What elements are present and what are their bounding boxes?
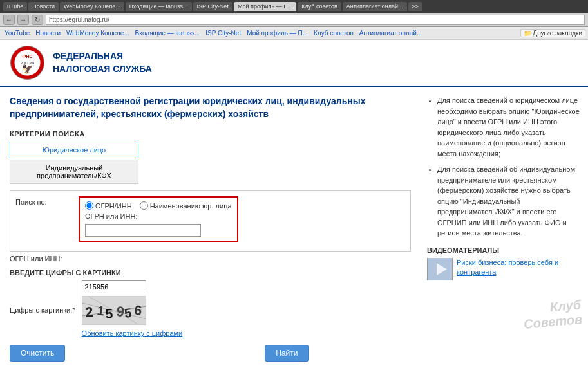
bookmark-mail[interactable]: Входящие — tanuss...: [133, 30, 202, 37]
captcha-image: 2 1 5 9 5 6: [82, 296, 146, 325]
tab-mail[interactable]: Входящие — tanuss...: [126, 2, 192, 11]
site-header: ФНС РОССИЯ 🦅 ФЕДЕРАЛЬНАЯ НАЛОГОВАЯ СЛУЖБ…: [0, 40, 588, 87]
video-section-title: ВИДЕОМАТЕРИАЛЫ: [427, 246, 582, 254]
captcha-field-label: Цифры с картинки:*: [10, 304, 75, 314]
clear-button[interactable]: Очистить: [10, 345, 65, 362]
bookmark-webmoney[interactable]: WebMoney Кошеле...: [64, 30, 131, 37]
bookmark-profile[interactable]: Мой профиль — П...: [245, 30, 310, 37]
watermark-line2: Советов: [523, 312, 583, 331]
captcha-section-label: ВВЕДИТЕ ЦИФРЫ С КАРТИНКИ: [10, 269, 411, 277]
ogrn-label-row: ОГРН или ИНН:: [10, 253, 411, 262]
video-item: Риски бизнеса: проверь себя и контрагент…: [427, 258, 582, 280]
radio-ogrn-label[interactable]: ОГРН/ИНН: [85, 201, 132, 210]
bookmark-antiplagiat[interactable]: Антиплагиат онлай...: [357, 30, 424, 37]
header-org-name: ФЕДЕРАЛЬНАЯ НАЛОГОВАЯ СЛУЖБА: [53, 50, 152, 75]
tab-individual-entrepreneur[interactable]: Индивидуальный предприниматель/КФХ: [10, 160, 138, 184]
svg-text:2: 2: [84, 304, 93, 320]
action-buttons-row: Очистить Найти: [10, 345, 411, 362]
tab-list: uTube Новости WebMoney Кошеле... Входящи…: [3, 2, 422, 11]
captcha-section: ВВЕДИТЕ ЦИФРЫ С КАРТИНКИ Цифры с картинк…: [10, 269, 411, 337]
captcha-image-container: 2 1 5 9 5 6 Обновить картинку с цифрами: [82, 296, 183, 337]
page-title: Сведения о государственной регистрации ю…: [10, 95, 411, 120]
back-button[interactable]: ←: [3, 15, 15, 25]
bookmark-isp[interactable]: ISP City-Net: [204, 30, 243, 37]
forward-button[interactable]: →: [17, 15, 29, 25]
tab-antiplagiat[interactable]: Антиплагиат онлай...: [343, 2, 407, 11]
url-bar[interactable]: https://egrul.nalog.ru/: [46, 15, 585, 25]
info-bullet-1: Для поиска сведений о юридическом лице н…: [437, 95, 582, 159]
radio-ogrn[interactable]: [85, 201, 93, 210]
tab-legal-entity[interactable]: Юридическое лицо: [10, 142, 138, 158]
criteria-label: КРИТЕРИИ ПОИСКА: [10, 130, 411, 138]
browser-tab-bar: uTube Новости WebMoney Кошеле... Входящи…: [0, 0, 588, 13]
tab-isp[interactable]: ISP City-Net: [193, 2, 232, 11]
search-form: Поиск по: ОГРН/ИНН Наименованию юр. лица: [10, 190, 411, 252]
search-highlight-box: ОГРН/ИНН Наименованию юр. лица ОГРН или …: [79, 196, 238, 242]
tab-more[interactable]: >>: [408, 2, 423, 11]
entity-type-tabs: Юридическое лицо Индивидуальный предприн…: [10, 142, 411, 185]
search-by-row: Поиск по: ОГРН/ИНН Наименованию юр. лица: [15, 196, 405, 242]
find-button[interactable]: Найти: [265, 345, 308, 362]
header-title-line1: ФЕДЕРАЛЬНАЯ: [53, 50, 152, 63]
bookmark-separator: [517, 30, 518, 37]
other-bookmarks[interactable]: 📁 Другие закладки: [520, 29, 585, 37]
captcha-inputs: 2 1 5 9 5 6 Обновить картинку с цифрами: [82, 280, 183, 337]
header-title-line2: НАЛОГОВАЯ СЛУЖБА: [53, 63, 152, 76]
video-thumbnail: [427, 258, 453, 280]
reload-button[interactable]: ↻: [32, 15, 43, 25]
search-by-label: Поиск по:: [15, 196, 73, 206]
radio-ogrn-text: ОГРН/ИНН: [95, 202, 132, 210]
content-area: Сведения о государственной регистрации ю…: [0, 87, 588, 369]
svg-text:🦅: 🦅: [22, 64, 33, 75]
svg-text:6: 6: [133, 302, 142, 318]
left-panel: Сведения о государственной регистрации ю…: [0, 87, 421, 369]
club-sovet-watermark: Клуб Советов: [427, 300, 582, 329]
captcha-refresh-link[interactable]: Обновить картинку с цифрами: [82, 329, 183, 337]
radio-name[interactable]: [140, 201, 148, 210]
captcha-input[interactable]: [82, 280, 146, 293]
ogrn-input[interactable]: [85, 224, 201, 237]
fns-logo: ФНС РОССИЯ 🦅: [10, 45, 45, 80]
video-link[interactable]: Риски бизнеса: проверь себя и контрагент…: [457, 258, 582, 278]
tab-club[interactable]: Клуб советов: [298, 2, 341, 11]
info-bullets: Для поиска сведений о юридическом лице н…: [427, 95, 582, 239]
radio-name-text: Наименованию юр. лица: [150, 202, 232, 210]
captcha-row: Цифры с картинки:* 2: [10, 280, 411, 337]
bookmark-youtube[interactable]: YouTube: [3, 30, 32, 37]
address-bar: ← → ↻ https://egrul.nalog.ru/: [0, 13, 588, 27]
ogrn-row: [85, 224, 232, 237]
svg-text:ФНС: ФНС: [22, 54, 32, 59]
radio-name-label[interactable]: Наименованию юр. лица: [140, 201, 232, 210]
bookmark-club[interactable]: Клуб советов: [312, 30, 356, 37]
ogrn-label-inside: ОГРН или ИНН:: [85, 212, 232, 220]
video-thumb-icon: [428, 258, 452, 280]
ogrn-label: ОГРН или ИНН:: [10, 253, 68, 262]
page-wrapper: ФНС РОССИЯ 🦅 ФЕДЕРАЛЬНАЯ НАЛОГОВАЯ СЛУЖБ…: [0, 40, 588, 386]
tab-youtube[interactable]: uTube: [3, 2, 27, 11]
right-panel: Для поиска сведений о юридическом лице н…: [421, 87, 588, 369]
tab-news[interactable]: Новости: [28, 2, 59, 11]
tab-webmoney[interactable]: WebMoney Кошеле...: [60, 2, 124, 11]
bookmark-news[interactable]: Новости: [33, 30, 62, 37]
info-bullet-2: Для поиска сведений об индивидуальном пр…: [437, 164, 582, 239]
bookmarks-bar: YouTube Новости WebMoney Кошеле... Входя…: [0, 27, 588, 40]
search-type-radio-group: ОГРН/ИНН Наименованию юр. лица: [85, 201, 232, 210]
tab-profile[interactable]: Мой профиль — П...: [234, 2, 296, 11]
watermark-line1: Клуб: [549, 297, 582, 314]
svg-text:5: 5: [105, 306, 113, 322]
